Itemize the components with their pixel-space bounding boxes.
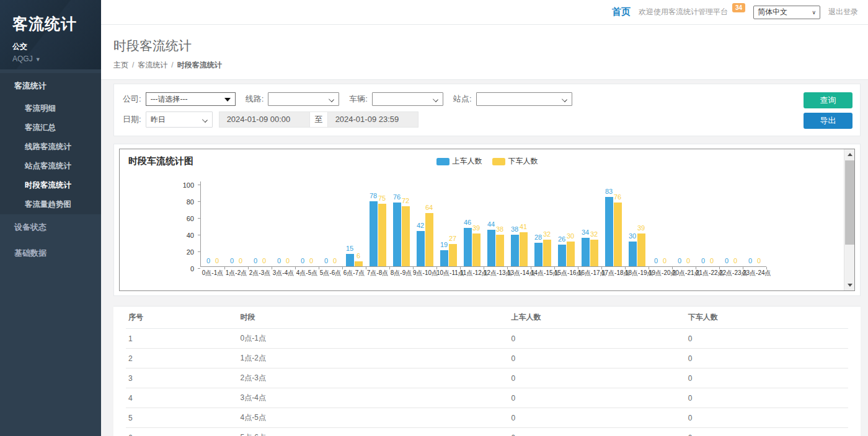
chart-category-group: 3432: [578, 181, 601, 266]
breadcrumb-item[interactable]: 主页: [113, 61, 128, 69]
scrollbar-thumb[interactable]: [845, 160, 854, 245]
legend-item[interactable]: 上车人数: [436, 156, 482, 167]
logout-link[interactable]: 退出登录: [828, 7, 858, 17]
table-cell: 5: [126, 408, 238, 428]
scroll-up-icon[interactable]: [844, 149, 855, 160]
chart-bar[interactable]: 75: [378, 204, 386, 266]
chart-bar[interactable]: 30: [567, 242, 575, 267]
chart-bar[interactable]: 30: [629, 242, 637, 267]
y-axis-tick-mark: [198, 201, 200, 202]
chart-bar[interactable]: 83: [605, 197, 613, 266]
sidebar-item-device-status[interactable]: 设备状态: [0, 214, 101, 240]
legend-item[interactable]: 下车人数: [492, 156, 538, 167]
date-to-input[interactable]: 2024-01-09 23:59: [327, 111, 418, 128]
bar-value-label: 0: [701, 257, 705, 264]
table-header-row: 序号时段上车人数下车人数: [126, 307, 848, 329]
chart-bar[interactable]: 42: [417, 231, 425, 266]
filter-company: 公司: ---请选择---: [123, 92, 236, 106]
sidebar-logo-block: 客流统计 公交 AQGJ▼: [0, 0, 101, 69]
notification-badge[interactable]: 34: [732, 3, 745, 12]
date-from-input[interactable]: 2024-01-09 00:00: [219, 111, 310, 128]
bar-value-label: 0: [710, 257, 714, 264]
table-cell: 0: [686, 329, 848, 349]
chart-bar[interactable]: 32: [590, 240, 598, 266]
chart-bar[interactable]: 26: [558, 245, 566, 266]
table-cell: 0: [686, 368, 848, 388]
chart-bar[interactable]: 27: [449, 244, 457, 266]
sidebar-subitem[interactable]: 时段客流统计: [0, 176, 101, 195]
sidebar-subitem[interactable]: 站点客流统计: [0, 157, 101, 176]
chart-bar[interactable]: 28: [534, 243, 542, 266]
y-axis-tick-label: 0: [169, 265, 194, 272]
chart-bar[interactable]: 78: [370, 201, 378, 266]
station-select[interactable]: [476, 92, 572, 106]
sidebar-subitem[interactable]: 客流明细: [0, 99, 101, 118]
chart-category-group: 00: [719, 181, 743, 266]
company-select[interactable]: ---请选择---: [146, 92, 236, 106]
chart-bars: 0000000000001567875767242641927463944383…: [200, 181, 766, 267]
sidebar-item-base-data[interactable]: 基础数据: [0, 240, 101, 266]
date-range-inputs: 2024-01-09 00:00 至 2024-01-09 23:59: [219, 111, 418, 128]
chart-bar[interactable]: 38: [511, 235, 519, 266]
bar-value-label: 32: [543, 230, 551, 238]
y-axis-tick-label: 20: [169, 248, 194, 256]
chart-category-group: 00: [743, 181, 766, 266]
vehicle-label: 车辆:: [349, 94, 368, 105]
sidebar-subitem[interactable]: 客流量趋势图: [0, 195, 101, 214]
table-row: 43点-4点00: [126, 388, 848, 408]
chart-scrollbar[interactable]: [844, 149, 854, 290]
sidebar-item-passenger-stats[interactable]: 客流统计: [0, 73, 101, 99]
line-select[interactable]: [268, 92, 339, 106]
sidebar-subitem[interactable]: 客流汇总: [0, 118, 101, 137]
table-row: 32点-3点00: [126, 368, 848, 388]
chart-bar[interactable]: 72: [402, 206, 410, 266]
export-button[interactable]: 导出: [804, 113, 852, 129]
bar-value-label: 78: [370, 192, 377, 199]
bar-value-label: 0: [663, 257, 666, 264]
x-axis-tick-label: 20点-21点: [672, 267, 696, 277]
bar-value-label: 27: [449, 235, 456, 242]
query-button[interactable]: 查询: [804, 92, 852, 108]
breadcrumb-separator: /: [171, 61, 173, 69]
chart-bar[interactable]: 44: [487, 230, 495, 266]
chart-bar[interactable]: 39: [637, 233, 645, 266]
bar-value-label: 0: [254, 257, 257, 264]
chart-bar[interactable]: 34: [582, 238, 590, 266]
y-axis-tick-mark: [198, 251, 200, 252]
chart-bar[interactable]: 15: [346, 254, 354, 266]
chart-category-group: 7875: [366, 181, 389, 266]
language-select[interactable]: 简体中文 ∨: [753, 6, 820, 19]
bar-value-label: 28: [534, 233, 542, 241]
chart-bar[interactable]: 39: [472, 233, 480, 266]
legend-swatch-icon: [492, 158, 505, 165]
chart-bar[interactable]: 19: [440, 250, 448, 266]
chart-bar[interactable]: 41: [520, 232, 528, 266]
sidebar-nav: 客流统计 客流明细客流汇总线路客流统计站点客流统计时段客流统计客流量趋势图 设备…: [0, 69, 101, 266]
chart-category-group: 00: [672, 181, 696, 266]
chart-category-group: 2832: [531, 181, 554, 266]
bar-value-label: 76: [393, 193, 401, 201]
chart-category-group: 00: [696, 181, 719, 266]
table-cell: 0点-1点: [238, 329, 509, 349]
y-axis-tick-label: 60: [169, 215, 194, 222]
table-cell: 0: [508, 329, 685, 349]
chart-bar[interactable]: 38: [496, 235, 504, 266]
x-axis-tick-label: 23点-24点: [743, 267, 766, 277]
chart-bar[interactable]: 46: [464, 228, 472, 266]
chart-bar[interactable]: 76: [614, 203, 622, 266]
company-label: 公司:: [123, 94, 141, 105]
scroll-down-icon[interactable]: [844, 280, 855, 290]
breadcrumb-item[interactable]: 客流统计: [138, 61, 167, 69]
date-range-select[interactable]: 昨日: [146, 111, 213, 128]
home-link[interactable]: 首页: [612, 6, 631, 18]
sidebar-subitem[interactable]: 线路客流统计: [0, 137, 101, 157]
chart-bar[interactable]: 32: [543, 240, 551, 266]
chart-bar[interactable]: 6: [355, 261, 363, 266]
bar-value-label: 0: [309, 257, 313, 264]
bar-value-label: 15: [346, 245, 353, 252]
vehicle-select[interactable]: [372, 92, 443, 106]
chart-bar[interactable]: 76: [393, 203, 401, 266]
user-menu[interactable]: AQGJ▼: [12, 54, 101, 63]
x-axis-tick-label: 13点-14点: [507, 267, 531, 277]
chart-bar[interactable]: 64: [425, 213, 433, 266]
